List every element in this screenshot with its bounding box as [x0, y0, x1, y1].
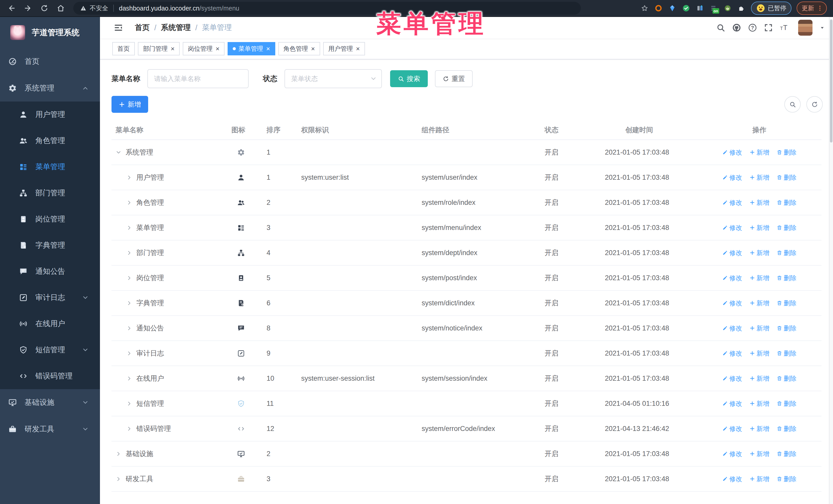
add-link[interactable]: 新增 — [749, 349, 769, 358]
add-link[interactable]: 新增 — [749, 274, 769, 282]
caret-right-icon[interactable] — [126, 376, 132, 381]
add-link[interactable]: 新增 — [749, 249, 769, 257]
delete-link[interactable]: 删除 — [777, 425, 796, 433]
caret-right-icon[interactable] — [126, 250, 132, 256]
browser-back-button[interactable] — [4, 1, 19, 15]
caret-right-icon[interactable] — [126, 300, 132, 306]
caret-right-icon[interactable] — [116, 476, 121, 482]
extension-orange[interactable] — [654, 4, 663, 13]
scrollbar-thumb[interactable] — [830, 20, 832, 143]
browser-update-button[interactable]: 更新 — [796, 2, 827, 15]
delete-link[interactable]: 删除 — [777, 198, 796, 207]
breadcrumb-system[interactable]: 系统管理 — [161, 23, 191, 33]
edit-link[interactable]: 修改 — [722, 425, 742, 433]
tab-部门管理[interactable]: 部门管理× — [138, 42, 180, 55]
sidebar-item-edit[interactable]: 审计日志 — [0, 285, 100, 311]
bookmark-star-button[interactable] — [640, 4, 649, 13]
delete-link[interactable]: 删除 — [777, 223, 796, 232]
toggle-search-button[interactable] — [784, 96, 801, 113]
sidebar-item-users[interactable]: 角色管理 — [0, 128, 100, 154]
close-icon[interactable]: × — [266, 45, 270, 52]
tab-首页[interactable]: 首页 — [112, 42, 135, 55]
sidebar-item-dashboard[interactable]: 首页 — [0, 48, 100, 75]
close-icon[interactable]: × — [171, 45, 174, 52]
delete-link[interactable]: 删除 — [777, 324, 796, 333]
delete-link[interactable]: 删除 — [777, 148, 796, 157]
tab-菜单管理[interactable]: 菜单管理× — [228, 42, 275, 55]
close-icon[interactable]: × — [356, 45, 360, 52]
edit-link[interactable]: 修改 — [722, 324, 742, 333]
delete-link[interactable]: 删除 — [777, 249, 796, 257]
sidebar-item-online[interactable]: 在线用户 — [0, 311, 100, 337]
sidebar-fold-button[interactable] — [113, 22, 124, 33]
search-button[interactable]: 搜索 — [390, 70, 428, 87]
delete-link[interactable]: 删除 — [777, 274, 796, 282]
caret-right-icon[interactable] — [126, 275, 132, 281]
extension-green-check[interactable] — [682, 4, 690, 13]
font-size-icon[interactable] — [780, 23, 789, 32]
add-link[interactable]: 新增 — [749, 425, 769, 433]
sidebar-item-message[interactable]: 通知公告 — [0, 258, 100, 285]
help-icon[interactable] — [748, 23, 757, 32]
edit-link[interactable]: 修改 — [722, 400, 742, 408]
delete-link[interactable]: 删除 — [777, 374, 796, 383]
add-link[interactable]: 新增 — [749, 173, 769, 182]
close-icon[interactable]: × — [216, 45, 219, 52]
add-link[interactable]: 新增 — [749, 374, 769, 383]
breadcrumb-home[interactable]: 首页 — [135, 23, 150, 33]
caret-down-icon[interactable] — [116, 149, 121, 155]
search-icon[interactable] — [716, 23, 725, 32]
tab-岗位管理[interactable]: 岗位管理× — [183, 42, 224, 55]
extensions-puzzle-button[interactable] — [737, 4, 746, 13]
add-link[interactable]: 新增 — [749, 198, 769, 207]
add-link[interactable]: 新增 — [749, 223, 769, 232]
edit-link[interactable]: 修改 — [722, 475, 742, 483]
edit-link[interactable]: 修改 — [722, 173, 742, 182]
add-link[interactable]: 新增 — [749, 299, 769, 307]
edit-link[interactable]: 修改 — [722, 299, 742, 307]
sidebar-item-toolbox[interactable]: 研发工具 — [0, 416, 100, 442]
extension-splitpane[interactable] — [696, 4, 704, 13]
edit-link[interactable]: 修改 — [722, 374, 742, 383]
sidebar-item-gear[interactable]: 系统管理 — [0, 75, 100, 101]
edit-link[interactable]: 修改 — [722, 148, 742, 157]
status-select[interactable]: 菜单状态 — [285, 69, 382, 88]
edit-link[interactable]: 修改 — [722, 249, 742, 257]
caret-right-icon[interactable] — [126, 225, 132, 231]
reset-button[interactable]: 重置 — [435, 70, 473, 87]
caret-right-icon[interactable] — [126, 426, 132, 432]
edit-link[interactable]: 修改 — [722, 223, 742, 232]
delete-link[interactable]: 删除 — [777, 450, 796, 458]
sidebar-item-tree[interactable]: 部门管理 — [0, 180, 100, 206]
refresh-table-button[interactable] — [806, 96, 823, 113]
caret-right-icon[interactable] — [126, 401, 132, 407]
delete-link[interactable]: 删除 — [777, 475, 796, 483]
fullscreen-icon[interactable] — [764, 23, 773, 32]
add-link[interactable]: 新增 — [749, 400, 769, 408]
extension-monkey[interactable] — [723, 4, 732, 13]
edit-link[interactable]: 修改 — [722, 349, 742, 358]
sidebar-item-code[interactable]: 错误码管理 — [0, 363, 100, 389]
address-bar[interactable]: 不安全 dashboard.yudao.iocoder.cn/system/me… — [73, 2, 581, 15]
add-link[interactable]: 新增 — [749, 450, 769, 458]
menu-name-input[interactable] — [147, 69, 248, 88]
add-link[interactable]: 新增 — [749, 324, 769, 333]
delete-link[interactable]: 删除 — [777, 349, 796, 358]
browser-forward-button[interactable] — [21, 1, 35, 15]
sidebar-item-monitor[interactable]: 基础设施 — [0, 389, 100, 416]
sidebar-item-badge[interactable]: 岗位管理 — [0, 206, 100, 232]
scrollbar[interactable] — [829, 17, 833, 504]
browser-home-button[interactable] — [53, 1, 68, 15]
sidebar-item-shield[interactable]: 短信管理 — [0, 337, 100, 363]
delete-link[interactable]: 删除 — [777, 173, 796, 182]
add-link[interactable]: 新增 — [749, 475, 769, 483]
app-logo[interactable]: 芋道管理系统 — [0, 17, 100, 48]
caret-right-icon[interactable] — [126, 174, 132, 181]
delete-link[interactable]: 删除 — [777, 400, 796, 408]
github-icon[interactable] — [732, 23, 741, 32]
delete-link[interactable]: 删除 — [777, 299, 796, 307]
add-button[interactable]: 新增 — [112, 96, 148, 113]
close-icon[interactable]: × — [311, 45, 315, 52]
caret-right-icon[interactable] — [126, 325, 132, 331]
edit-link[interactable]: 修改 — [722, 198, 742, 207]
